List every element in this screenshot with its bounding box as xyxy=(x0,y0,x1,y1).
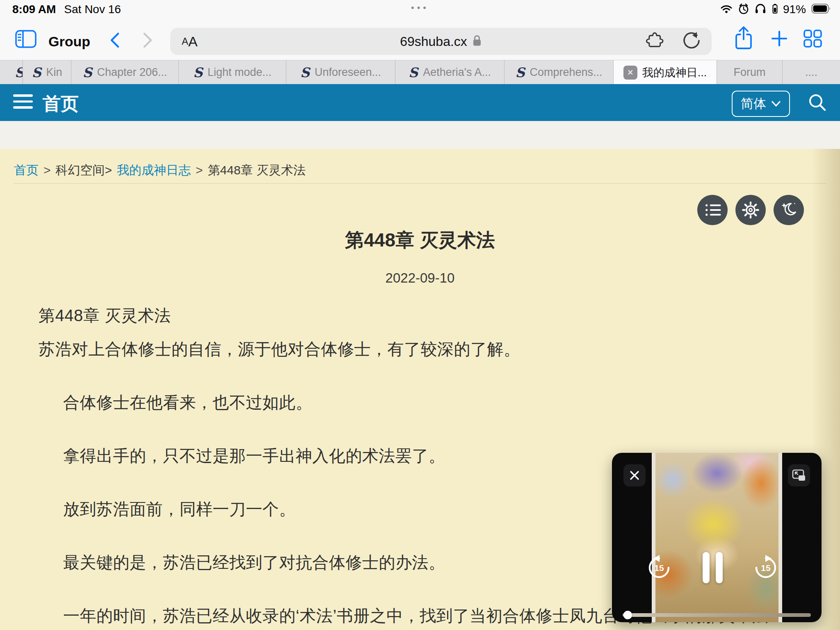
clock-date: Sat Nov 16 xyxy=(64,3,121,16)
wifi-icon xyxy=(720,4,733,15)
breadcrumb-chapter: 第448章 灭灵术法 xyxy=(208,162,306,179)
reader-toolbar xyxy=(697,195,804,225)
breadcrumb: 首页 > 科幻空间> 我的成神日志 > 第448章 灭灵术法 xyxy=(14,162,306,179)
menu-icon[interactable] xyxy=(13,94,33,109)
skip-back-15-button[interactable]: 15 xyxy=(646,554,673,583)
pip-player[interactable]: 15 15 xyxy=(612,453,822,622)
pip-restore-button[interactable] xyxy=(788,464,810,486)
chapter-title: 第448章 灭灵术法 xyxy=(0,228,840,253)
gear-icon xyxy=(741,201,760,219)
breadcrumb-category[interactable]: 科幻空间> xyxy=(56,162,112,179)
accessory-battery-icon xyxy=(772,4,778,15)
safari-window: 8:09 AM Sat Nov 16 ••• 91% xyxy=(0,0,840,630)
divider xyxy=(14,183,826,184)
search-icon[interactable] xyxy=(807,92,828,114)
site-favicon: S xyxy=(15,66,23,79)
battery-percent: 91% xyxy=(783,3,806,16)
pip-close-button[interactable] xyxy=(623,464,646,486)
tab-clipped-right[interactable]: .... xyxy=(783,60,840,84)
svg-text:15: 15 xyxy=(761,563,771,573)
site-favicon: S xyxy=(515,66,525,79)
settings-button[interactable] xyxy=(735,195,766,225)
seek-knob[interactable] xyxy=(623,611,632,619)
multitasking-dots-icon[interactable]: ••• xyxy=(411,2,429,13)
site-header: 首页 简体 xyxy=(0,84,840,121)
paragraph: 苏浩对上合体修士的自信，源于他对合体修士，有了较深的了解。 xyxy=(39,340,824,358)
battery-icon xyxy=(811,3,831,16)
share-button[interactable] xyxy=(733,25,754,52)
browser-toolbar: Group AA 69shuba.cx xyxy=(0,18,840,60)
close-tab-icon[interactable]: × xyxy=(623,66,637,80)
tab-overview-button[interactable] xyxy=(803,30,823,49)
list-icon xyxy=(703,202,722,218)
address-bar[interactable]: AA 69shuba.cx xyxy=(170,28,712,55)
headphones-icon xyxy=(755,3,767,16)
site-favicon: S xyxy=(193,66,203,79)
tab-light-mode[interactable]: S Light mode... xyxy=(179,60,286,84)
close-icon xyxy=(629,470,640,481)
tab-clipped-left[interactable]: S xyxy=(0,60,23,84)
paragraph: 第448章 灭灵术法 xyxy=(39,307,824,324)
tab-chapter-206[interactable]: S Chapter 206... xyxy=(71,60,179,84)
site-favicon: S xyxy=(32,66,41,79)
site-favicon: S xyxy=(300,66,310,79)
tab-comprehens[interactable]: S Comprehens... xyxy=(504,60,614,84)
forward-button[interactable] xyxy=(142,31,154,51)
site-home-link[interactable]: 首页 xyxy=(43,92,79,116)
tab-group-button[interactable]: Group xyxy=(48,34,90,50)
pause-button[interactable] xyxy=(703,552,723,583)
extensions-puzzle-button[interactable] xyxy=(644,30,665,52)
svg-text:15: 15 xyxy=(654,563,664,573)
reload-button[interactable] xyxy=(682,31,701,52)
video-artwork xyxy=(652,453,782,622)
tab-bar: S S Kin S Chapter 206... S Light mode...… xyxy=(0,60,840,84)
chapter-list-button[interactable] xyxy=(697,195,728,225)
tab-aetheria[interactable]: S Aetheria's A... xyxy=(395,60,504,84)
chapter-date: 2022-09-10 xyxy=(0,270,840,286)
tab-unforeseen[interactable]: S Unforeseen... xyxy=(286,60,395,84)
lock-icon xyxy=(472,34,482,48)
site-favicon: S xyxy=(409,66,418,79)
url-text: 69shuba.cx xyxy=(400,34,467,49)
skip-forward-15-button[interactable]: 15 xyxy=(752,554,779,583)
breadcrumb-home-link[interactable]: 首页 xyxy=(14,162,39,179)
paragraph: 合体修士在他看来，也不过如此。 xyxy=(39,394,824,411)
seek-bar[interactable] xyxy=(623,613,811,617)
alarm-icon xyxy=(738,3,749,16)
tab-active-novel[interactable]: × 我的成神日... xyxy=(614,60,717,84)
site-favicon: S xyxy=(82,66,92,79)
new-tab-button[interactable] xyxy=(770,30,788,49)
tab-kin[interactable]: S Kin xyxy=(23,60,71,84)
clock-time: 8:09 AM xyxy=(12,3,56,16)
sidebar-toggle-button[interactable] xyxy=(15,30,37,50)
language-toggle-button[interactable]: 简体 xyxy=(732,91,790,117)
pip-icon xyxy=(792,469,806,482)
chevron-down-icon xyxy=(771,100,781,107)
back-button[interactable] xyxy=(108,31,121,51)
moon-icon xyxy=(779,201,798,219)
subheader-band xyxy=(0,121,840,149)
breadcrumb-book-link[interactable]: 我的成神日志 xyxy=(117,162,191,179)
tab-forum[interactable]: Forum xyxy=(717,60,783,84)
status-bar: 8:09 AM Sat Nov 16 ••• 91% xyxy=(0,0,840,18)
night-mode-button[interactable] xyxy=(774,195,804,225)
